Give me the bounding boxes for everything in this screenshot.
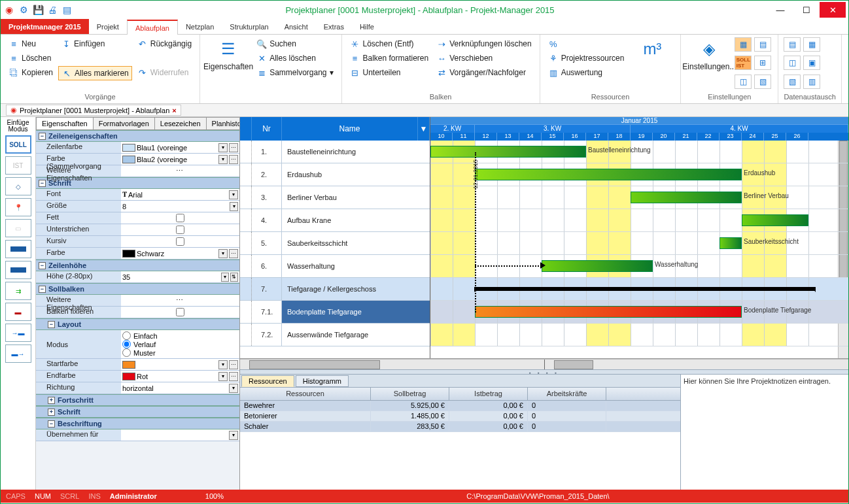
mode-image[interactable]: ▭ <box>5 219 31 237</box>
tab-brand[interactable]: Projektmanager 2015 <box>1 19 89 34</box>
close-button[interactable]: ✕ <box>820 2 846 18</box>
dd-zeilenfarbe[interactable]: ▾ <box>218 143 228 152</box>
sect-beschriftung[interactable]: −Beschriftung <box>36 418 239 429</box>
dd-font[interactable]: ▾ <box>229 190 238 199</box>
export-grid[interactable]: ▤▦ ◫▣ ▧▥ <box>784 37 822 92</box>
task-row[interactable]: 3.Berliner Verbau <box>240 186 430 209</box>
mode-milestone[interactable]: ◇ <box>5 177 31 195</box>
tab-ablaufplan[interactable]: Ablaufplan <box>127 20 178 35</box>
dd-farbe[interactable]: ▾ <box>218 249 228 258</box>
col-nr[interactable]: Nr <box>252 117 282 141</box>
qat-save-icon[interactable]: 💾 <box>32 4 44 16</box>
more-sammel[interactable]: ⋯ <box>229 155 238 164</box>
task-row[interactable]: 2.Erdaushub <box>240 163 430 186</box>
btn-kurz1[interactable]: % <box>546 37 627 50</box>
qat-gear-icon[interactable]: ⚙ <box>18 4 29 16</box>
tab-netzplan[interactable]: Netzplan <box>178 19 222 34</box>
tab-projekt[interactable]: Projekt <box>89 19 127 34</box>
gantt-bar[interactable]: Baustelleneinrichtung <box>430 146 586 158</box>
btn-alles-loeschen[interactable]: ✕Alles löschen <box>254 52 336 65</box>
mode-link1[interactable]: ⇉ <box>5 282 31 300</box>
radio-einfach[interactable]: Einfach <box>122 331 158 340</box>
col-name[interactable]: Name <box>282 117 418 141</box>
dd-endfarbe[interactable]: ▾ <box>218 372 228 381</box>
spin-hoehe[interactable]: ⇅ <box>230 273 238 282</box>
resource-row[interactable]: Schaler283,50 €0,00 €0 <box>240 422 680 432</box>
more-start[interactable]: ⋯ <box>229 360 238 369</box>
minimize-button[interactable]: — <box>767 2 793 18</box>
gantt-chart[interactable]: Nr Name ▼ 1.Baustelleneinrichtung2.Erdau… <box>240 117 848 359</box>
btn-eigenschaften[interactable]: ☰Eigenschaften <box>205 37 251 92</box>
input-groesse[interactable] <box>122 203 228 210</box>
mode-bar2[interactable] <box>5 261 31 279</box>
doc-close-icon[interactable]: × <box>172 107 176 114</box>
btn-alles-markieren[interactable]: ↖Alles markieren <box>58 66 132 80</box>
splitter[interactable]: ▪ ▪ ▪ ▪ <box>240 369 848 375</box>
proptab-eigenschaften[interactable]: Eigenschaften <box>36 117 94 129</box>
tab-ansicht[interactable]: Ansicht <box>277 19 316 34</box>
task-row[interactable]: 7.1.Bodenplatte Tiefgarage <box>240 301 430 324</box>
btn-sammelvorgang[interactable]: ≣Sammelvorgang ▾ <box>254 66 336 79</box>
btn-unterteilen[interactable]: ⊟Unterteilen <box>347 66 432 79</box>
task-row[interactable]: 6.Wasserhaltung <box>240 255 430 278</box>
task-row[interactable]: 7.Tiefgarage / Kellergeschoss <box>240 278 430 301</box>
sect-schrift2[interactable]: +Schrift <box>36 406 239 418</box>
btn-balken-formatieren[interactable]: ≡Balken formatieren <box>347 52 432 65</box>
mode-link4[interactable]: ▬→ <box>5 344 31 363</box>
gantt-bar[interactable] <box>742 214 808 226</box>
btn-suchen[interactable]: 🔍Suchen <box>254 37 336 50</box>
document-tab[interactable]: ◉ Projektplaner [0001 Musterprojekt] - A… <box>6 105 181 116</box>
btn-kopieren[interactable]: ⿻Kopieren <box>6 66 56 79</box>
btn-vorgaenger[interactable]: ⇄Vorgänger/Nachfolger <box>434 66 534 79</box>
radio-muster[interactable]: Muster <box>122 348 158 357</box>
proptab-lesezeichen[interactable]: Lesezeichen <box>154 117 207 129</box>
mode-bar1[interactable] <box>5 240 31 258</box>
dd-startfarbe[interactable]: ▾ <box>218 360 228 369</box>
gantt-hscroll[interactable] <box>240 359 848 369</box>
cb-fixieren[interactable] <box>176 308 184 316</box>
btn-widerrufen[interactable]: ↷Widerrufen <box>135 66 194 79</box>
btab-histogramm[interactable]: Histogramm <box>296 375 349 387</box>
btn-soll-weitere[interactable]: ⋯ <box>122 296 238 305</box>
more-zeilenfarbe[interactable]: ⋯ <box>229 143 238 152</box>
dd-groesse[interactable]: ▾ <box>230 202 238 211</box>
resource-row[interactable]: Bewehrer5.925,00 €0,00 €0 <box>240 401 680 411</box>
proptab-planhistorie[interactable]: Planhistorie <box>206 117 240 129</box>
tab-hilfe[interactable]: Hilfe <box>352 19 382 34</box>
radio-verlauf[interactable]: Verlauf <box>122 340 158 348</box>
dd-ueber[interactable]: ▾ <box>229 431 238 440</box>
sect-schrift[interactable]: −Schrift <box>36 177 239 189</box>
btab-ressourcen[interactable]: Ressourcen <box>241 375 294 387</box>
btn-auswertung[interactable]: ▥Auswertung <box>546 66 627 79</box>
btn-einstellungen[interactable]: ◈Einstellungen... <box>686 37 732 92</box>
settings-grid[interactable]: ▦▤ SOLLIST⊞ ◫▧ <box>735 37 772 92</box>
gantt-bar[interactable]: Wasserhaltung <box>542 260 653 272</box>
sect-fortschritt[interactable]: +Fortschritt <box>36 394 239 406</box>
btn-einfuegen[interactable]: ↧Einfügen <box>58 37 132 50</box>
sect-sollbalken[interactable]: −Sollbalken <box>36 283 239 295</box>
dd-sammel[interactable]: ▾ <box>218 155 228 164</box>
qat-window-icon[interactable]: ▤ <box>61 4 73 16</box>
tab-strukturplan[interactable]: Strukturplan <box>222 19 276 34</box>
btn-projektressourcen[interactable]: ⚘Projektressourcen <box>546 52 627 65</box>
sect-zeileneigenschaften[interactable]: −Zeileneigenschaften <box>36 130 239 142</box>
task-row[interactable]: 7.2.Aussenwände Tiefgarage <box>240 324 430 346</box>
btn-balken-loeschen[interactable]: ⚹Löschen (Entf) <box>347 37 432 50</box>
task-row[interactable]: 4.Aufbau Krane <box>240 209 430 232</box>
qat-print-icon[interactable]: 🖨 <box>46 4 58 16</box>
rth-ressourcen[interactable]: Ressourcen <box>240 388 371 400</box>
proptab-formatvorlagen[interactable]: Formatvorlagen <box>93 117 155 129</box>
mode-ist[interactable]: IST <box>5 156 31 175</box>
rth-istbetrag[interactable]: Istbetrag <box>449 388 528 400</box>
dd-hoehe[interactable]: ▾ <box>221 273 229 282</box>
task-row[interactable]: 1.Baustelleneinrichtung <box>240 141 430 163</box>
maximize-button[interactable]: ☐ <box>793 2 820 18</box>
notes-panel[interactable]: Hier können Sie Ihre Projektnotizen eint… <box>681 375 848 490</box>
resource-row[interactable]: Betonierer1.485,00 €0,00 €0 <box>240 411 680 422</box>
more-farbe[interactable]: ⋯ <box>229 249 238 258</box>
btn-neu[interactable]: ≡Neu <box>6 37 56 50</box>
summary-bar[interactable] <box>475 287 815 291</box>
btn-m3[interactable]: m³ <box>629 37 675 92</box>
btn-rueckgaengig[interactable]: ↶Rückgängig <box>135 37 194 50</box>
task-row[interactable]: 5.Sauberkeitsschicht <box>240 232 430 255</box>
